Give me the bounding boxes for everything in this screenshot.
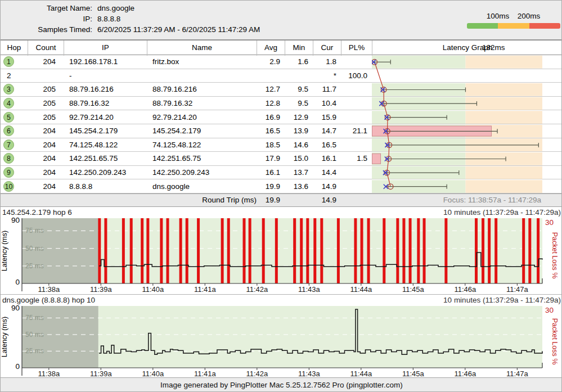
count-cell: 204 (28, 168, 64, 177)
ip-cell: 92.79.214.20 (64, 113, 147, 121)
ip-cell: - (64, 71, 147, 80)
hop-number-cell: 2 (1, 71, 28, 80)
svg-text:11:45a: 11:45a (402, 285, 425, 294)
round-trip-label: Round Trip (ms) (202, 196, 257, 204)
min-cell: 1.6 (285, 57, 313, 66)
svg-text:11:38a: 11:38a (38, 370, 60, 378)
min-cell: 9.5 (285, 85, 313, 93)
ip-cell: 88.79.16.32 (64, 99, 147, 107)
svg-text:11:43a: 11:43a (298, 285, 321, 294)
legend-labels: 100ms 200ms (467, 12, 560, 21)
svg-text:Packet Loss %: Packet Loss % (551, 232, 559, 279)
latency-graph-label: Latency Graph (372, 40, 562, 55)
col-header-ip[interactable]: IP (64, 40, 147, 56)
avg-cell: 17.9 (257, 154, 285, 163)
hop-number-cell: 5 (1, 112, 28, 123)
target-name-value: dns.google (97, 4, 260, 12)
hop-badge: 10 (3, 181, 14, 192)
name-cell: 74.125.48.122 (147, 141, 257, 149)
count-cell: 204 (28, 182, 64, 191)
hop-badge: 5 (3, 112, 14, 123)
ip-cell: 192.168.178.1 (64, 57, 147, 66)
min-cell: 15.0 (285, 154, 313, 163)
svg-text:30: 30 (545, 218, 554, 227)
legend-200ms-label: 200ms (518, 12, 541, 20)
col-header-pl[interactable]: PL% (341, 40, 372, 56)
avg-cell: 12.8 (257, 99, 285, 107)
count-cell: 204 (28, 141, 64, 149)
summary-header: Target Name: dns.google IP: 8.8.8.8 Samp… (1, 1, 562, 40)
hop-table: Hop Count IP Name Avg Min Cur PL% Latenc… (1, 40, 562, 193)
col-header-avg[interactable]: Avg (257, 40, 285, 56)
cur-cell: * (313, 71, 341, 80)
svg-text:25 ms: 25 ms (25, 262, 44, 270)
name-cell: 92.79.214.20 (147, 113, 257, 121)
svg-text:90: 90 (11, 217, 20, 224)
ip-cell: 145.254.2.179 (64, 127, 147, 135)
hop-number-cell: 10 (1, 181, 28, 192)
legend-100ms-label: 100ms (487, 12, 510, 20)
ip-cell: 142.251.65.75 (64, 154, 147, 163)
min-cell: 9.5 (285, 99, 313, 107)
avg-cell: 16.5 (257, 127, 285, 135)
col-header-name[interactable]: Name (147, 40, 257, 56)
svg-text:Latency (ms): Latency (ms) (1, 231, 8, 271)
min-cell: 13.9 (285, 127, 313, 135)
svg-text:50 ms: 50 ms (25, 245, 44, 253)
name-cell: dns.google (147, 182, 257, 191)
target-name-label: Target Name: (5, 4, 92, 12)
legend-red-segment (529, 23, 560, 29)
avg-cell: 19.9 (257, 182, 285, 191)
latency-graph-scale-label: 182ms (482, 40, 505, 55)
hop-latency-column-graph[interactable] (372, 55, 562, 193)
timeline-title-hop6: 145.254.2.179 hop 6 (2, 208, 72, 217)
timeline-graph-hop6[interactable]: 75 ms50 ms25 ms11:38a11:39a11:40a11:41a1… (1, 217, 562, 294)
svg-text:11:40a: 11:40a (142, 370, 164, 378)
timeline-title-row: 145.254.2.179 hop 6 10 minutes (11:37:29… (1, 207, 562, 217)
cur-cell: 16.1 (313, 154, 341, 163)
hop-badge: 9 (3, 167, 14, 178)
hop-badge: 1 (3, 56, 14, 67)
cur-cell: 14.7 (313, 127, 341, 135)
hop-number-cell: 7 (1, 139, 28, 150)
hop-number: 2 (3, 71, 11, 80)
timeline-section-hop6: 145.254.2.179 hop 6 10 minutes (11:37:29… (1, 207, 562, 294)
round-trip-row: Round Trip (ms) 19.9 14.9 Focus: 11:38:5… (1, 193, 562, 207)
svg-text:11:46a: 11:46a (454, 285, 476, 294)
svg-text:Latency (ms): Latency (ms) (1, 317, 8, 357)
cur-cell: 14.9 (313, 182, 341, 191)
svg-text:25 ms: 25 ms (25, 347, 44, 355)
ip-cell: 74.125.48.122 (64, 141, 147, 149)
name-cell: fritz.box (147, 57, 257, 66)
svg-text:11:43a: 11:43a (298, 370, 321, 378)
name-cell: 88.79.16.216 (147, 85, 257, 93)
name-cell: 142.250.209.243 (147, 168, 257, 177)
col-header-min[interactable]: Min (285, 40, 313, 56)
hop-number-cell: 6 (1, 125, 28, 136)
col-header-count[interactable]: Count (28, 40, 64, 56)
ip-cell: 8.8.8.8 (64, 182, 147, 191)
svg-text:0: 0 (15, 362, 20, 371)
col-header-hop[interactable]: Hop (1, 40, 28, 56)
hop-number-cell: 8 (1, 153, 28, 164)
count-cell: 204 (28, 57, 64, 66)
timeline-graph-hop10[interactable]: 75 ms50 ms25 ms11:38a11:39a11:40a11:41a1… (1, 305, 562, 378)
min-cell: 12.9 (285, 113, 313, 121)
ip-cell: 142.250.209.243 (64, 168, 147, 177)
pl-cell: 21.1 (341, 127, 372, 135)
latency-color-legend: 100ms 200ms (467, 12, 560, 29)
round-trip-cur: 14.9 (313, 196, 336, 204)
svg-text:11:38a: 11:38a (38, 285, 60, 294)
svg-text:11:45a: 11:45a (402, 370, 425, 378)
timeline-duration-hop6: 10 minutes (11:37:29a - 11:47:29a) (443, 208, 561, 217)
svg-text:0: 0 (15, 278, 20, 286)
avg-cell: 16.9 (257, 113, 285, 121)
svg-text:11:39a: 11:39a (90, 285, 113, 294)
round-trip-avg: 19.9 (257, 196, 280, 204)
svg-text:30: 30 (545, 306, 554, 314)
svg-text:11:41a: 11:41a (194, 285, 217, 294)
svg-text:90: 90 (11, 305, 20, 312)
col-header-cur[interactable]: Cur (313, 40, 341, 56)
svg-text:50 ms: 50 ms (25, 331, 44, 339)
svg-text:11:46a: 11:46a (454, 370, 476, 378)
